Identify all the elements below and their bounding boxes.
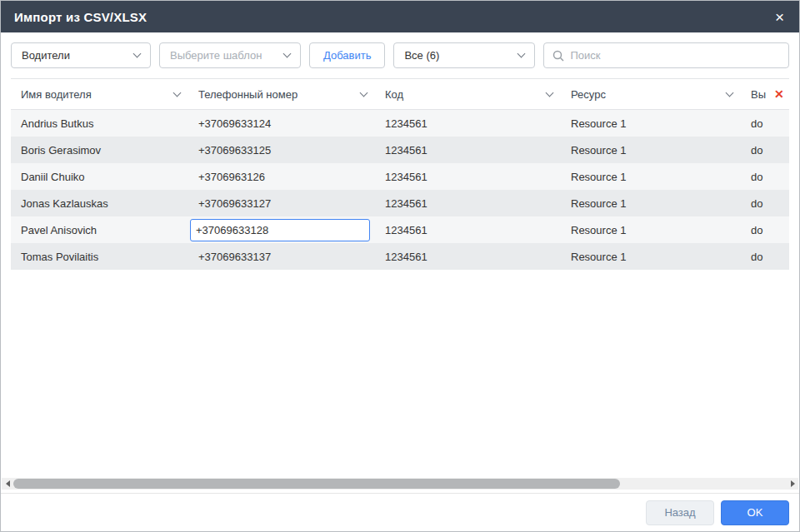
template-select[interactable]: Выберите шаблон [159, 42, 301, 68]
driver-code: 1234561 [385, 224, 428, 236]
column-header-code[interactable]: Код [375, 79, 561, 109]
import-type-select[interactable]: Водители [11, 42, 151, 68]
chevron-down-icon [726, 88, 734, 97]
table-row[interactable]: Boris Gerasimov +37069633125 1234561 Res… [11, 137, 789, 163]
phone-number: +3706963126 [198, 171, 265, 183]
dialog-titlebar: Импорт из CSV/XLSX × [1, 1, 799, 32]
chevron-down-icon [283, 50, 292, 58]
horizontal-scrollbar[interactable] [2, 478, 798, 490]
import-dialog: Импорт из CSV/XLSX × Водители Выберите ш… [0, 0, 800, 532]
chevron-down-icon [546, 88, 554, 97]
ok-button[interactable]: OK [721, 500, 789, 525]
driver-code: 1234561 [385, 251, 428, 263]
driver-code: 1234561 [385, 197, 428, 210]
filter-value: Все (6) [404, 49, 439, 62]
driver-name: Boris Gerasimov [21, 144, 101, 157]
search-icon [552, 50, 564, 62]
resource-name: Resource 1 [571, 171, 626, 183]
table-body: Andrius Butkus +37069633124 1234561 Reso… [11, 110, 789, 478]
resource-name: Resource 1 [571, 144, 626, 157]
driver-name: Jonas Kazlauskas [21, 197, 108, 210]
column-header-extra[interactable]: Вы ✕ [741, 79, 789, 109]
column-header-phone[interactable]: Телефонный номер [188, 79, 375, 109]
import-table: Имя водителя Телефонный номер Код Ресурс… [11, 78, 789, 478]
search-input[interactable] [570, 49, 780, 62]
back-button[interactable]: Назад [646, 500, 714, 525]
resource-name: Resource 1 [571, 224, 626, 236]
driver-name: Andrius Butkus [21, 117, 93, 130]
column-label: Имя водителя [21, 88, 92, 101]
phone-number: +37069633124 [198, 117, 271, 130]
table-row[interactable]: Pavel Anisovich 1234561 Resource 1 do [11, 216, 789, 243]
scroll-right-icon[interactable] [787, 478, 798, 490]
resource-name: Resource 1 [571, 117, 626, 130]
driver-code: 1234561 [385, 171, 428, 183]
phone-number: +37069633125 [198, 144, 271, 157]
table-row[interactable]: Daniil Chuiko +3706963126 1234561 Resour… [11, 163, 789, 190]
column-header-resource[interactable]: Ресурс [561, 79, 741, 109]
dialog-title: Импорт из CSV/XLSX [14, 10, 147, 24]
chevron-down-icon [518, 50, 526, 58]
resource-name: Resource 1 [571, 251, 626, 263]
extra-value: do [751, 171, 762, 183]
table-row[interactable]: Andrius Butkus +37069633124 1234561 Reso… [11, 110, 789, 137]
delete-column-icon[interactable]: ✕ [774, 88, 784, 100]
driver-code: 1234561 [385, 144, 428, 157]
extra-value: do [751, 197, 762, 210]
search-box [543, 42, 789, 68]
phone-number: +37069633137 [198, 251, 271, 263]
scrollbar-track[interactable] [13, 478, 787, 490]
dialog-footer: Назад OK [1, 493, 799, 531]
driver-code: 1234561 [385, 117, 428, 130]
extra-value: do [751, 144, 762, 157]
column-label: Телефонный номер [198, 88, 298, 101]
toolbar: Водители Выберите шаблон Добавить Все (6… [1, 32, 799, 78]
scrollbar-thumb[interactable] [13, 479, 620, 489]
filter-select[interactable]: Все (6) [393, 42, 535, 68]
table-row[interactable]: Jonas Kazlauskas +37069633127 1234561 Re… [11, 190, 789, 216]
extra-value: do [751, 224, 762, 236]
phone-number: +37069633127 [198, 197, 271, 210]
table-row[interactable]: Tomas Povilaitis +37069633137 1234561 Re… [11, 243, 789, 270]
chevron-down-icon [173, 88, 182, 97]
chevron-down-icon [133, 50, 142, 58]
close-icon[interactable]: × [772, 7, 788, 27]
chevron-down-icon [360, 88, 368, 97]
add-button[interactable]: Добавить [309, 42, 385, 68]
phone-edit-input[interactable] [190, 219, 370, 241]
column-label: Ресурс [571, 88, 606, 101]
template-placeholder: Выберите шаблон [170, 49, 262, 62]
scroll-left-icon[interactable] [2, 478, 13, 490]
driver-name: Pavel Anisovich [21, 224, 97, 236]
table-header: Имя водителя Телефонный номер Код Ресурс… [11, 78, 789, 110]
driver-name: Tomas Povilaitis [21, 251, 98, 263]
column-label: Вы [751, 88, 766, 101]
extra-value: do [751, 251, 762, 263]
import-type-value: Водители [22, 49, 70, 62]
resource-name: Resource 1 [571, 197, 626, 210]
column-label: Код [385, 88, 403, 101]
extra-value: do [751, 117, 762, 130]
column-header-name[interactable]: Имя водителя [11, 79, 188, 109]
driver-name: Daniil Chuiko [21, 171, 85, 183]
